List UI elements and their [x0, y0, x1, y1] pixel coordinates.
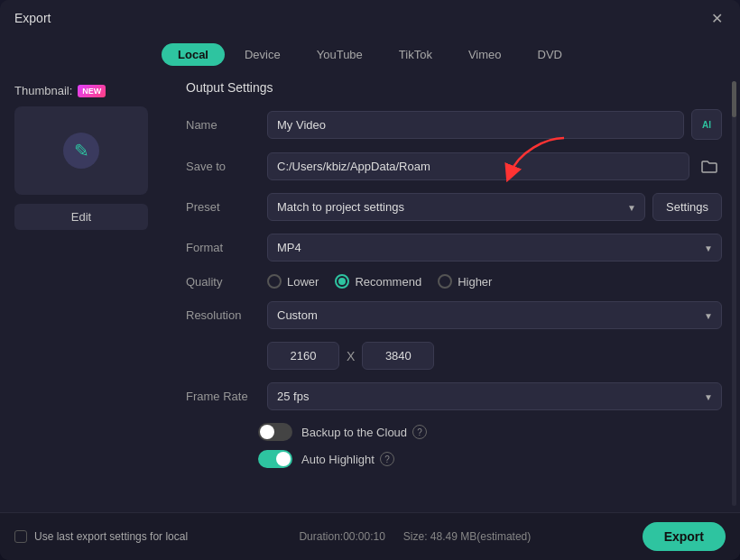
save-to-row: Save to C:/Users/kbiz/AppData/Roam — [186, 152, 722, 180]
tab-dvd[interactable]: DVD — [522, 43, 578, 66]
quality-label: Quality — [186, 275, 267, 289]
name-input[interactable] — [267, 111, 684, 139]
backup-label: Backup to the Cloud — [301, 426, 407, 439]
resolution-width-input[interactable] — [267, 342, 339, 370]
edit-button[interactable]: Edit — [14, 204, 148, 230]
resolution-x-divider: X — [347, 349, 355, 363]
duration-label: Duration:00:00:10 — [299, 530, 384, 543]
tab-device[interactable]: Device — [228, 43, 297, 66]
settings-button[interactable]: Settings — [652, 193, 722, 221]
save-to-label: Save to — [186, 160, 267, 173]
preset-row: Preset Match to project settings ▼ Setti… — [186, 193, 722, 221]
backup-row: Backup to the Cloud ? — [186, 423, 722, 441]
quality-row: Quality Lower Recommend High — [186, 274, 722, 289]
quality-lower[interactable]: Lower — [267, 274, 319, 289]
format-select-wrapper: MP4 ▼ — [267, 234, 722, 262]
quality-control: Lower Recommend Higher — [267, 274, 722, 289]
preset-select-wrapper: Match to project settings ▼ — [267, 193, 645, 221]
tab-youtube[interactable]: YouTube — [301, 43, 379, 66]
footer: Use last export settings for local Durat… — [0, 512, 740, 560]
last-settings-label: Use last export settings for local — [34, 530, 188, 543]
preset-label: Preset — [186, 200, 267, 214]
title-bar: Export ✕ — [0, 0, 740, 36]
footer-info: Duration:00:00:10 Size: 48.49 MB(estimat… — [299, 530, 531, 543]
quality-recommend-radio[interactable] — [335, 274, 349, 289]
quality-recommend[interactable]: Recommend — [335, 274, 421, 289]
quality-lower-radio[interactable] — [267, 274, 282, 289]
auto-highlight-help-icon[interactable]: ? — [380, 452, 394, 466]
thumbnail-box: ✎ — [14, 106, 148, 195]
last-settings-checkbox-row[interactable]: Use last export settings for local — [14, 530, 188, 543]
last-settings-checkbox[interactable] — [14, 530, 27, 543]
export-button[interactable]: Export — [643, 522, 726, 551]
quality-lower-label: Lower — [287, 275, 319, 289]
auto-highlight-toggle-thumb — [276, 452, 291, 466]
format-select[interactable]: MP4 — [267, 234, 722, 262]
thumbnail-icon: ✎ — [63, 133, 99, 169]
save-to-value: C:/Users/kbiz/AppData/Roam — [267, 152, 689, 180]
auto-highlight-row: Auto Highlight ? — [186, 450, 722, 468]
output-settings-title: Output Settings — [186, 80, 722, 95]
resolution-control: Custom ▼ — [267, 301, 722, 329]
frame-rate-row: Frame Rate 25 fps ▼ — [186, 382, 722, 410]
quality-higher-label: Higher — [458, 275, 492, 289]
resolution-row: Resolution Custom ▼ — [186, 301, 722, 329]
frame-rate-label: Frame Rate — [186, 390, 267, 403]
quality-higher[interactable]: Higher — [438, 274, 492, 289]
tab-tiktok[interactable]: TikTok — [383, 43, 449, 66]
preset-control: Match to project settings ▼ Settings — [267, 193, 722, 221]
size-label: Size: 48.49 MB(estimated) — [403, 530, 531, 543]
ai-button[interactable]: AI — [691, 109, 722, 140]
tabs-bar: Local Device YouTube TikTok Vimeo DVD — [0, 36, 740, 77]
backup-help-icon[interactable]: ? — [412, 425, 427, 439]
close-button[interactable]: ✕ — [708, 9, 726, 27]
thumbnail-text: Thumbnail: — [14, 84, 72, 97]
backup-toggle-thumb — [260, 425, 274, 439]
auto-highlight-toggle[interactable] — [258, 450, 292, 468]
backup-toggle[interactable] — [258, 423, 292, 441]
resolution-label: Resolution — [186, 308, 267, 322]
quality-higher-radio[interactable] — [438, 274, 452, 289]
frame-rate-select-wrapper: 25 fps ▼ — [267, 382, 722, 410]
left-panel: Thumbnail: NEW ✎ Edit — [14, 77, 168, 512]
export-dialog: Export ✕ Local Device YouTube TikTok Vim… — [0, 0, 740, 560]
right-panel: Output Settings Name AI — [186, 77, 726, 512]
name-label: Name — [186, 118, 267, 132]
auto-highlight-label: Auto Highlight — [301, 453, 375, 466]
folder-button[interactable] — [697, 154, 722, 179]
name-row: Name AI — [186, 109, 722, 140]
content-area: Thumbnail: NEW ✎ Edit Output Settings Na… — [0, 77, 740, 512]
format-label: Format — [186, 241, 267, 254]
format-control: MP4 ▼ — [267, 234, 722, 262]
new-badge: NEW — [78, 85, 106, 97]
scrollbar-track — [732, 81, 736, 506]
dialog-title: Export — [14, 11, 51, 25]
quality-options: Lower Recommend Higher — [267, 274, 492, 289]
resolution-inputs: X — [267, 342, 722, 370]
name-control: AI — [267, 109, 722, 140]
frame-rate-select[interactable]: 25 fps — [267, 382, 722, 410]
ai-icon: AI — [702, 120, 711, 130]
tab-vimeo[interactable]: Vimeo — [452, 43, 518, 66]
frame-rate-control: 25 fps ▼ — [267, 382, 722, 410]
resolution-select[interactable]: Custom — [267, 301, 722, 329]
quality-recommend-label: Recommend — [355, 275, 421, 289]
preset-select[interactable]: Match to project settings — [267, 193, 645, 221]
thumbnail-label: Thumbnail: NEW — [14, 84, 106, 97]
save-to-control: C:/Users/kbiz/AppData/Roam — [267, 152, 722, 180]
scrollbar-thumb[interactable] — [732, 81, 736, 117]
tab-local[interactable]: Local — [162, 43, 225, 66]
resolution-select-wrapper: Custom ▼ — [267, 301, 722, 329]
resolution-height-input[interactable] — [362, 342, 434, 370]
format-row: Format MP4 ▼ — [186, 234, 722, 262]
